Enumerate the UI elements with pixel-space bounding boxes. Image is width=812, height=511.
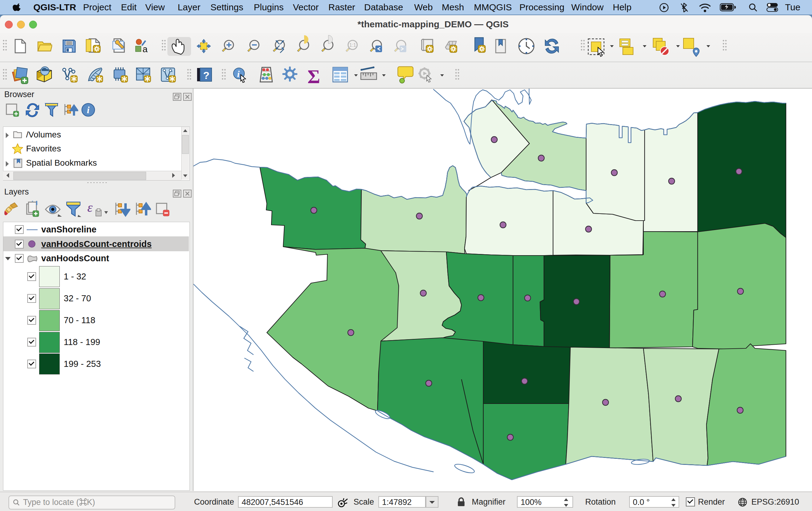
svg-text:i: i: [87, 104, 90, 115]
svg-text:1:1: 1:1: [349, 43, 356, 48]
svg-text:ε: ε: [87, 201, 93, 215]
svg-text:Σ: Σ: [308, 66, 320, 87]
svg-text:?: ?: [203, 70, 209, 81]
svg-text:i: i: [237, 69, 240, 79]
svg-text:a: a: [143, 44, 148, 54]
